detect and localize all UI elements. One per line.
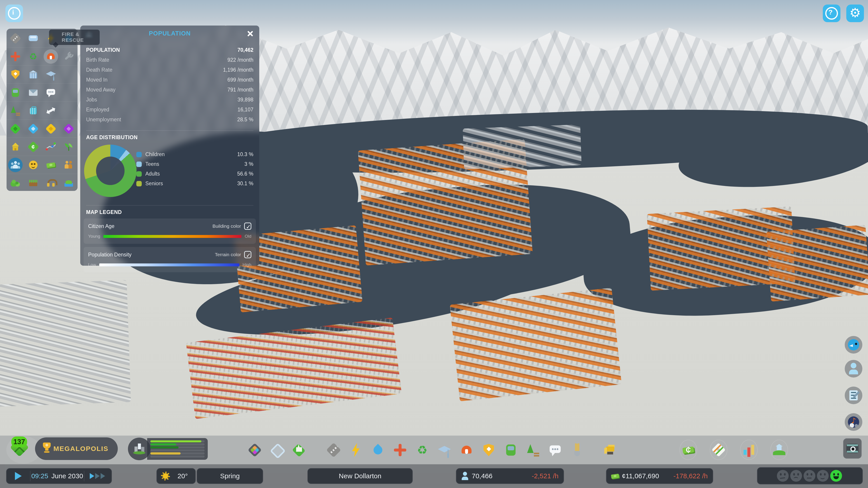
radio-button[interactable] bbox=[845, 413, 862, 431]
economy-toolbar-button[interactable] bbox=[680, 440, 697, 460]
infoview-population-button[interactable] bbox=[8, 158, 23, 172]
infoview-zones-mixed-button[interactable] bbox=[26, 121, 41, 136]
infoview-roads-button[interactable] bbox=[8, 31, 23, 46]
telecom-icon bbox=[45, 87, 56, 98]
close-icon[interactable] bbox=[246, 30, 254, 38]
simulation-speed-button[interactable] bbox=[84, 468, 112, 484]
infoview-vehicles-button[interactable] bbox=[26, 31, 41, 46]
photo-mode-toolbar-button[interactable] bbox=[843, 438, 862, 459]
infoview-garbage-button[interactable] bbox=[26, 49, 41, 64]
infoview-cargo-button[interactable] bbox=[26, 103, 41, 118]
age-legend-row: Adults56.6 % bbox=[136, 169, 253, 179]
play-pause-button[interactable] bbox=[6, 468, 30, 484]
milestone-level-badge[interactable]: 137 bbox=[11, 436, 27, 447]
legend-card-title: Citizen Age bbox=[88, 223, 213, 229]
journal-button[interactable] bbox=[845, 387, 862, 404]
game-viewport: FIRE & RESCUE POPULATION POPULATION70,46… bbox=[0, 0, 868, 488]
scale-min-label: Low bbox=[88, 262, 96, 267]
legend-label: Adults bbox=[145, 171, 237, 177]
infoview-transportation-button[interactable] bbox=[8, 85, 23, 100]
infoview-mail-button[interactable] bbox=[26, 85, 41, 100]
city-name-display: New Dollarton bbox=[307, 468, 413, 484]
infoview-happiness-button[interactable] bbox=[26, 158, 41, 172]
roads-toolbar-button[interactable] bbox=[326, 438, 342, 462]
infoview-ground-button[interactable] bbox=[26, 175, 41, 191]
population-display[interactable]: 70,466 -2,521 /h bbox=[456, 468, 564, 484]
stat-label: Jobs bbox=[86, 97, 97, 103]
landscaping-toolbar-button[interactable] bbox=[569, 438, 585, 462]
money-display[interactable]: ¢11,067,690 -178,622 /h bbox=[606, 468, 713, 484]
stat-row: POPULATION70,462 bbox=[80, 45, 259, 55]
infoview-healthcare-button[interactable] bbox=[8, 49, 23, 64]
fire-rescue-tooltip: FIRE & RESCUE bbox=[49, 30, 100, 45]
infoview-zones-commercial-button[interactable] bbox=[43, 121, 58, 136]
zoning-icon bbox=[248, 443, 262, 457]
education-toolbar-button[interactable] bbox=[436, 438, 453, 462]
zoning-demand-bars[interactable] bbox=[147, 438, 208, 460]
zones-commercial-icon bbox=[45, 123, 56, 134]
garbage-toolbar-button[interactable] bbox=[414, 438, 430, 462]
districts-toolbar-button[interactable] bbox=[269, 438, 285, 462]
stat-label: Unemployment bbox=[86, 117, 121, 123]
building-color-checkbox[interactable] bbox=[244, 223, 251, 230]
city-district bbox=[186, 318, 402, 419]
infoview-noise-button[interactable] bbox=[43, 175, 58, 191]
healthcare-toolbar-button[interactable] bbox=[392, 438, 408, 462]
signature-buildings-icon bbox=[292, 443, 306, 457]
infoview-parks-button[interactable] bbox=[8, 103, 23, 118]
signature-buildings-toolbar-button[interactable] bbox=[291, 438, 307, 462]
infoview-land-value-button[interactable] bbox=[26, 139, 41, 154]
parks-recreation-toolbar-button[interactable] bbox=[525, 438, 541, 462]
infoview-vegetation-button[interactable] bbox=[8, 175, 23, 191]
transportation-toolbar-button[interactable] bbox=[503, 438, 519, 462]
population-value: 70,466 bbox=[472, 472, 493, 480]
infoview-administration-button[interactable] bbox=[26, 67, 41, 82]
electricity-toolbar-button[interactable] bbox=[348, 438, 364, 462]
infoview-economy-button[interactable] bbox=[43, 158, 58, 172]
city-district bbox=[450, 288, 622, 401]
infoview-workers-button[interactable] bbox=[61, 158, 76, 172]
transportation-overview-toolbar-button[interactable] bbox=[710, 440, 727, 460]
water-sewage-icon bbox=[371, 443, 385, 457]
parks-icon bbox=[10, 105, 21, 116]
statistics-toolbar-button[interactable] bbox=[740, 440, 758, 460]
infoview-police-button[interactable] bbox=[8, 67, 23, 82]
infoview-education-button[interactable] bbox=[43, 67, 58, 82]
zones-residential-icon bbox=[10, 123, 21, 134]
education-icon bbox=[437, 443, 452, 457]
infoview-trends-button[interactable] bbox=[43, 139, 58, 154]
toggle-label: Building color bbox=[213, 223, 241, 229]
info-views-button[interactable] bbox=[5, 4, 23, 22]
chirper-button[interactable] bbox=[845, 336, 862, 354]
infoview-residential-button[interactable] bbox=[8, 139, 23, 154]
journal-icon bbox=[847, 389, 860, 402]
followed-citizen-button[interactable] bbox=[845, 360, 862, 378]
bird-icon bbox=[847, 338, 860, 352]
districts-icon bbox=[270, 443, 284, 457]
communications-toolbar-button[interactable] bbox=[547, 438, 563, 462]
population-icon bbox=[10, 160, 21, 170]
police-toolbar-button[interactable] bbox=[480, 438, 497, 462]
season-indicator: Spring bbox=[197, 468, 263, 484]
ground-icon bbox=[28, 177, 39, 188]
terrain-color-checkbox[interactable] bbox=[244, 251, 251, 258]
infoview-growth-button[interactable] bbox=[61, 139, 76, 154]
water-sewage-toolbar-button[interactable] bbox=[370, 438, 386, 462]
infoview-routes-button[interactable] bbox=[43, 103, 58, 118]
milestone-progress-button[interactable]: MEGALOPOLIS bbox=[35, 437, 118, 460]
infoview-zones-residential-button[interactable] bbox=[8, 121, 23, 136]
infoview-fire-rescue-button[interactable] bbox=[43, 49, 58, 64]
settings-button[interactable] bbox=[846, 4, 864, 22]
demand-bar bbox=[150, 455, 205, 457]
infoview-telecom-button[interactable] bbox=[43, 85, 58, 100]
zoning-toolbar-button[interactable] bbox=[247, 438, 263, 462]
city-information-toolbar-button[interactable] bbox=[770, 440, 788, 460]
demand-bar bbox=[150, 449, 205, 451]
infoview-maintenance-button[interactable] bbox=[61, 49, 76, 64]
fire-rescue-toolbar-button[interactable] bbox=[458, 438, 475, 462]
infoview-water-bodies-button[interactable] bbox=[61, 175, 76, 191]
happiness-display[interactable] bbox=[757, 467, 863, 484]
bulldozer-toolbar-button[interactable] bbox=[602, 438, 619, 462]
help-button[interactable] bbox=[823, 4, 840, 22]
infoview-zones-office-button[interactable] bbox=[61, 121, 76, 136]
